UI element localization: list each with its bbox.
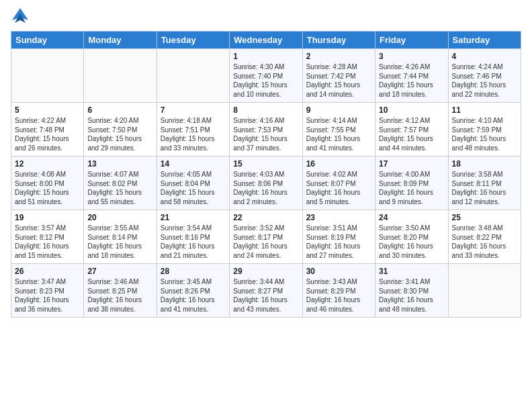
day-info: Sunrise: 4:00 AMSunset: 8:09 PMDaylight:… (379, 170, 444, 206)
day-number: 10 (379, 105, 444, 115)
day-info: Sunrise: 4:24 AMSunset: 7:46 PMDaylight:… (452, 62, 517, 99)
day-info: Sunrise: 4:12 AMSunset: 7:57 PMDaylight:… (379, 116, 444, 152)
calendar-cell (84, 49, 157, 103)
day-info: Sunrise: 4:07 AMSunset: 8:02 PMDaylight:… (87, 170, 152, 206)
calendar-week-row: 12Sunrise: 4:08 AMSunset: 8:00 PMDayligh… (11, 156, 521, 210)
calendar-cell: 28Sunrise: 3:45 AMSunset: 8:26 PMDayligh… (157, 264, 229, 318)
calendar-cell (11, 49, 84, 103)
calendar-table: SundayMondayTuesdayWednesdayThursdayFrid… (11, 31, 521, 318)
calendar-cell: 14Sunrise: 4:05 AMSunset: 8:04 PMDayligh… (157, 156, 229, 210)
calendar-week-row: 26Sunrise: 3:47 AMSunset: 8:23 PMDayligh… (11, 264, 521, 318)
page: SundayMondayTuesdayWednesdayThursdayFrid… (0, 0, 532, 411)
calendar-cell: 22Sunrise: 3:52 AMSunset: 8:17 PMDayligh… (230, 210, 302, 264)
day-number: 19 (15, 213, 80, 222)
calendar-week-row: 5Sunrise: 4:22 AMSunset: 7:48 PMDaylight… (11, 103, 521, 156)
day-info: Sunrise: 4:22 AMSunset: 7:48 PMDaylight:… (15, 116, 80, 152)
day-number: 14 (161, 159, 226, 169)
header (11, 7, 521, 26)
day-number: 3 (379, 52, 444, 61)
weekday-header-sunday: Sunday (11, 32, 84, 49)
day-number: 18 (452, 159, 517, 169)
day-info: Sunrise: 3:43 AMSunset: 8:29 PMDaylight:… (306, 277, 371, 314)
calendar-cell: 18Sunrise: 3:58 AMSunset: 8:11 PMDayligh… (448, 156, 521, 210)
day-info: Sunrise: 3:57 AMSunset: 8:12 PMDaylight:… (15, 224, 80, 260)
calendar-cell: 4Sunrise: 4:24 AMSunset: 7:46 PMDaylight… (448, 49, 521, 103)
calendar-cell: 31Sunrise: 3:41 AMSunset: 8:30 PMDayligh… (375, 264, 448, 318)
day-info: Sunrise: 4:18 AMSunset: 7:51 PMDaylight:… (161, 116, 226, 152)
day-number: 26 (15, 267, 80, 276)
day-info: Sunrise: 3:55 AMSunset: 8:14 PMDaylight:… (87, 224, 152, 260)
day-number: 16 (306, 159, 371, 169)
day-info: Sunrise: 4:10 AMSunset: 7:59 PMDaylight:… (452, 116, 517, 152)
day-number: 15 (233, 159, 298, 169)
day-info: Sunrise: 4:05 AMSunset: 8:04 PMDaylight:… (161, 170, 226, 206)
day-info: Sunrise: 4:26 AMSunset: 7:44 PMDaylight:… (379, 62, 444, 99)
day-number: 28 (161, 267, 226, 276)
day-number: 4 (452, 52, 517, 61)
calendar-cell (448, 264, 521, 318)
day-info: Sunrise: 3:44 AMSunset: 8:27 PMDaylight:… (233, 277, 298, 314)
day-number: 27 (87, 267, 152, 276)
logo-icon (11, 7, 30, 26)
day-info: Sunrise: 4:08 AMSunset: 8:00 PMDaylight:… (15, 170, 80, 206)
day-number: 21 (161, 213, 226, 222)
calendar-cell: 6Sunrise: 4:20 AMSunset: 7:50 PMDaylight… (84, 103, 157, 156)
day-info: Sunrise: 4:03 AMSunset: 8:06 PMDaylight:… (233, 170, 298, 206)
calendar-cell: 12Sunrise: 4:08 AMSunset: 8:00 PMDayligh… (11, 156, 84, 210)
calendar-cell: 9Sunrise: 4:14 AMSunset: 7:55 PMDaylight… (302, 103, 375, 156)
calendar-week-row: 19Sunrise: 3:57 AMSunset: 8:12 PMDayligh… (11, 210, 521, 264)
day-number: 22 (233, 213, 298, 222)
day-info: Sunrise: 4:30 AMSunset: 7:40 PMDaylight:… (233, 62, 298, 99)
day-info: Sunrise: 3:52 AMSunset: 8:17 PMDaylight:… (233, 224, 298, 260)
day-info: Sunrise: 3:54 AMSunset: 8:16 PMDaylight:… (161, 224, 226, 260)
day-number: 9 (306, 105, 371, 115)
weekday-header-thursday: Thursday (302, 32, 375, 49)
calendar-cell: 19Sunrise: 3:57 AMSunset: 8:12 PMDayligh… (11, 210, 84, 264)
calendar-cell: 7Sunrise: 4:18 AMSunset: 7:51 PMDaylight… (157, 103, 229, 156)
calendar-cell: 30Sunrise: 3:43 AMSunset: 8:29 PMDayligh… (302, 264, 375, 318)
day-number: 7 (161, 105, 226, 115)
calendar-cell: 16Sunrise: 4:02 AMSunset: 8:07 PMDayligh… (302, 156, 375, 210)
day-number: 5 (15, 105, 80, 115)
calendar-cell: 3Sunrise: 4:26 AMSunset: 7:44 PMDaylight… (375, 49, 448, 103)
day-info: Sunrise: 3:46 AMSunset: 8:25 PMDaylight:… (87, 277, 152, 314)
calendar-cell: 2Sunrise: 4:28 AMSunset: 7:42 PMDaylight… (302, 49, 375, 103)
day-info: Sunrise: 3:51 AMSunset: 8:19 PMDaylight:… (306, 224, 371, 260)
weekday-header-row: SundayMondayTuesdayWednesdayThursdayFrid… (11, 32, 521, 49)
day-info: Sunrise: 3:45 AMSunset: 8:26 PMDaylight:… (161, 277, 226, 314)
calendar-cell: 21Sunrise: 3:54 AMSunset: 8:16 PMDayligh… (157, 210, 229, 264)
weekday-header-saturday: Saturday (448, 32, 521, 49)
calendar-cell: 13Sunrise: 4:07 AMSunset: 8:02 PMDayligh… (84, 156, 157, 210)
day-number: 20 (87, 213, 152, 222)
day-number: 1 (233, 52, 298, 61)
weekday-header-wednesday: Wednesday (230, 32, 302, 49)
weekday-header-friday: Friday (375, 32, 448, 49)
day-number: 17 (379, 159, 444, 169)
day-info: Sunrise: 4:16 AMSunset: 7:53 PMDaylight:… (233, 116, 298, 152)
day-number: 23 (306, 213, 371, 222)
day-info: Sunrise: 3:58 AMSunset: 8:11 PMDaylight:… (452, 170, 517, 206)
calendar-cell: 1Sunrise: 4:30 AMSunset: 7:40 PMDaylight… (230, 49, 302, 103)
calendar-cell: 20Sunrise: 3:55 AMSunset: 8:14 PMDayligh… (84, 210, 157, 264)
calendar-cell: 26Sunrise: 3:47 AMSunset: 8:23 PMDayligh… (11, 264, 84, 318)
day-info: Sunrise: 3:41 AMSunset: 8:30 PMDaylight:… (379, 277, 444, 314)
day-info: Sunrise: 3:47 AMSunset: 8:23 PMDaylight:… (15, 277, 80, 314)
calendar-cell: 17Sunrise: 4:00 AMSunset: 8:09 PMDayligh… (375, 156, 448, 210)
day-info: Sunrise: 4:02 AMSunset: 8:07 PMDaylight:… (306, 170, 371, 206)
calendar-cell (157, 49, 229, 103)
day-number: 25 (452, 213, 517, 222)
day-info: Sunrise: 4:20 AMSunset: 7:50 PMDaylight:… (87, 116, 152, 152)
calendar-cell: 29Sunrise: 3:44 AMSunset: 8:27 PMDayligh… (230, 264, 302, 318)
day-number: 29 (233, 267, 298, 276)
day-number: 13 (87, 159, 152, 169)
day-number: 24 (379, 213, 444, 222)
day-number: 12 (15, 159, 80, 169)
weekday-header-tuesday: Tuesday (157, 32, 229, 49)
calendar-cell: 27Sunrise: 3:46 AMSunset: 8:25 PMDayligh… (84, 264, 157, 318)
calendar-cell: 25Sunrise: 3:48 AMSunset: 8:22 PMDayligh… (448, 210, 521, 264)
day-number: 30 (306, 267, 371, 276)
calendar-cell: 23Sunrise: 3:51 AMSunset: 8:19 PMDayligh… (302, 210, 375, 264)
calendar-week-row: 1Sunrise: 4:30 AMSunset: 7:40 PMDaylight… (11, 49, 521, 103)
calendar-cell: 8Sunrise: 4:16 AMSunset: 7:53 PMDaylight… (230, 103, 302, 156)
day-info: Sunrise: 4:28 AMSunset: 7:42 PMDaylight:… (306, 62, 371, 99)
